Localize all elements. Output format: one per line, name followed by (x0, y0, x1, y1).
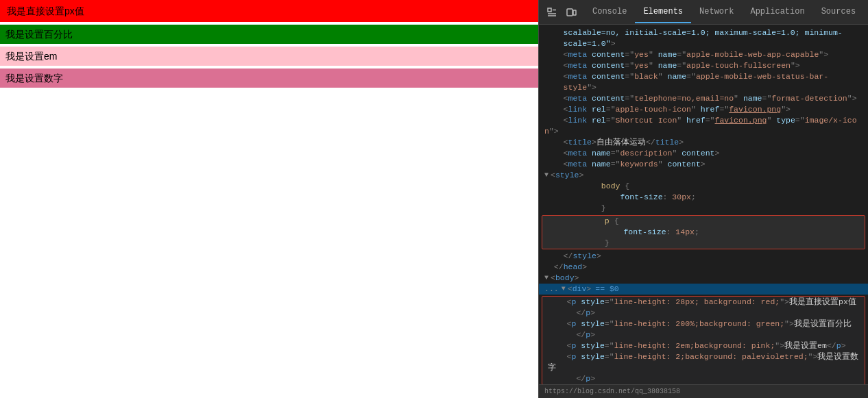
code-line: ▼<style> (539, 170, 868, 181)
code-line: } (542, 238, 865, 249)
tab-network[interactable]: Network (691, 1, 742, 23)
code-line: <link rel="Shortcut Icon" href="favicon.… (539, 115, 868, 137)
code-line: <meta content="yes" name="apple-touch-fu… (539, 60, 868, 71)
selected-element-line: ... ▼ <div> == $0 (539, 284, 868, 295)
code-line: } (539, 203, 868, 214)
devtools-toolbar: Console Elements Network Application Sou… (539, 0, 868, 25)
webpage-preview: 我是直接设置px值 我是设置百分比 我是设置em 我是设置数字 (0, 0, 538, 398)
devtools-statusbar: https://blog.csdn.net/qq_38038158 (539, 384, 868, 398)
tab-sources[interactable]: Sources (813, 1, 864, 23)
highlighted-css-block: p { font-size: 14px; } (542, 215, 865, 249)
code-line: <p style="line-height: 28px; background:… (542, 297, 865, 308)
code-line: font-size: 30px; (539, 192, 868, 203)
code-line: <p style="line-height: 2em;background: p… (542, 340, 865, 351)
code-line: </head> (539, 262, 868, 273)
code-line: </style> (539, 251, 868, 262)
code-line: </p> (542, 373, 865, 384)
svg-rect-5 (573, 10, 576, 15)
code-line: font-size: 14px; (542, 227, 865, 238)
code-line: ▼<body> (539, 273, 868, 284)
tab-elements[interactable]: Elements (635, 1, 691, 23)
svg-rect-4 (567, 9, 572, 16)
code-line: scalable=no, initial-scale=1.0; maximum-… (539, 27, 868, 38)
code-line: <meta content="yes" name="apple-mobile-w… (539, 49, 868, 60)
devtools-content[interactable]: scalable=no, initial-scale=1.0; maximum-… (539, 25, 868, 384)
tab-application[interactable]: Application (742, 1, 812, 23)
code-line: scale=1.0"> (539, 38, 868, 49)
inspect-element-button[interactable] (543, 4, 561, 21)
paragraph-px: 我是直接设置px值 (0, 0, 538, 22)
code-line: style"> (539, 82, 868, 93)
device-toggle-button[interactable] (562, 4, 580, 21)
code-line: <p style="line-height: 200%;background: … (542, 319, 865, 329)
devtools-panel: Console Elements Network Application Sou… (538, 0, 868, 398)
html-elements-block: <p style="line-height: 28px; background:… (542, 296, 865, 384)
status-url: https://blog.csdn.net/qq_38038158 (544, 388, 680, 395)
code-line: <link rel="apple-touch-icon" href="favic… (539, 104, 868, 115)
devtools-tabs: Console Elements Network Application Sou… (584, 1, 868, 23)
tab-performance[interactable]: Performa (864, 1, 868, 23)
tab-console[interactable]: Console (584, 1, 635, 23)
code-line: p { (542, 216, 865, 227)
code-line: </p> (542, 308, 865, 319)
paragraph-percent: 我是设置百分比 (0, 25, 538, 44)
svg-rect-0 (548, 8, 551, 12)
code-line: <meta content="telephone=no,email=no" na… (539, 93, 868, 104)
paragraph-number: 我是设置数字 (0, 69, 538, 88)
code-line: <meta name="keywords" content> (539, 159, 868, 170)
code-line: <p style="line-height: 2;background: pal… (542, 351, 865, 373)
code-line: <meta name="description" content> (539, 148, 868, 159)
code-line: body { (539, 181, 868, 192)
paragraph-em: 我是设置em (0, 47, 538, 66)
code-line: <meta content="black" name="apple-mobile… (539, 71, 868, 82)
code-line: </p> (542, 329, 865, 340)
code-line: <title>自由落体运动</title> (539, 137, 868, 148)
